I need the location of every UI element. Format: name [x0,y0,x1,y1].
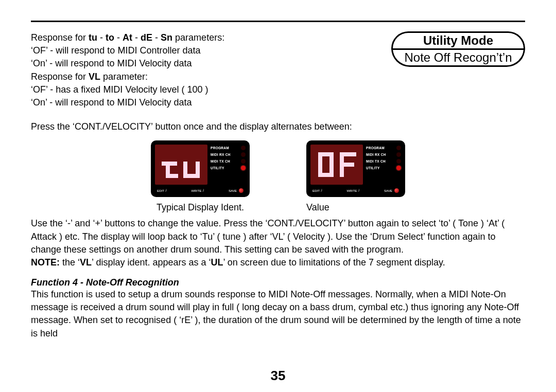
seven-seg-of-icon [314,148,359,181]
svg-rect-12 [340,163,354,167]
lbl: UTILITY [366,167,380,170]
lbl: WRITE ┘ [191,188,204,193]
led-icon [241,152,246,157]
led-icon [396,159,401,164]
svg-rect-8 [329,152,334,176]
led-save-icon [394,188,399,193]
lbl: MIDI TX CH [211,160,230,164]
display-right-col: PROGRAM MIDI RX CH MIDI TX CH UTILITY ED… [306,140,405,213]
t: Sn [161,32,172,43]
device-labels: PROGRAM MIDI RX CH MIDI TX CH UTILITY [366,145,401,185]
t: At [123,32,132,43]
lbl: MIDI TX CH [366,160,386,164]
t: to [106,32,114,43]
t: - [132,32,141,43]
led-icon [241,146,246,150]
page-number: 35 [0,368,556,384]
title-pill-bottom: Note Off Recogn’t’n [391,48,525,67]
t: ’ on screen due to limitations of the 7 … [223,257,445,268]
led-on-icon [241,166,246,170]
t: parameter: [100,72,148,82]
device-display-ident: PROGRAM MIDI RX CH MIDI TX CH UTILITY ED… [151,140,250,197]
t: - [152,32,161,43]
t: UL [211,257,223,268]
t: parameters: [172,32,224,43]
title-pill: Utility Mode Note Off Recogn’t’n [391,31,525,67]
svg-rect-2 [166,174,178,178]
press-instruction: Press the ‘CONT./VELOCITY’ button once a… [31,120,525,133]
param-line-3: ‘On’ - will respond to MIDI Velocity dat… [31,57,379,70]
lbl: SAVE [229,189,237,192]
t: dE [141,32,152,43]
screen-right [310,145,363,185]
lbl: UTILITY [211,167,224,170]
t: VL [80,257,92,268]
parameter-response-block: Response for tu - to - At - dE - Sn para… [31,31,379,109]
svg-rect-7 [318,152,322,176]
param-line-5: ‘OF’ - has a fixed MIDI Velocity level (… [31,83,379,96]
display-left-col: PROGRAM MIDI RX CH MIDI TX CH UTILITY ED… [151,140,250,213]
t: VL [89,72,100,82]
t: ’ display ident. appears as a ‘ [92,257,211,268]
param-line-2: ‘OF’ - will respond to MIDI Controller d… [31,44,379,57]
t: Response for [31,72,89,82]
lbl: PROGRAM [211,147,229,150]
t: the ‘ [60,257,80,268]
param-line-4: Response for VL parameter: [31,70,379,83]
lbl: EDIT ┘ [157,188,167,193]
caption-right: Value [306,202,329,213]
function-4-heading: Function 4 - Note-Off Recognition [31,277,525,288]
param-line-1: Response for tu - to - At - dE - Sn para… [31,31,379,44]
device-bottom-labels: EDIT ┘ WRITE ┘ SAVE [155,188,246,193]
t: - [114,32,123,43]
device-bottom-labels: EDIT ┘ WRITE ┘ SAVE [310,188,401,193]
caption-left: Typical Display Ident. [157,202,244,213]
led-icon [396,146,401,150]
device-display-value: PROGRAM MIDI RX CH MIDI TX CH UTILITY ED… [306,140,405,197]
title-pill-top: Utility Mode [391,31,525,48]
lbl: MIDI RX CH [211,153,231,157]
lbl: EDIT ┘ [312,188,323,193]
top-row: Response for tu - to - At - dE - Sn para… [31,31,525,109]
seven-seg-tu-icon [159,148,204,181]
t: - [97,32,106,43]
usage-paragraph: Use the ‘-’ and ‘+’ buttons to change th… [31,217,525,256]
note-lead: NOTE: [31,257,60,268]
led-icon [396,152,401,157]
t: tu [89,32,97,43]
top-rule [31,21,525,22]
svg-rect-9 [318,173,334,177]
svg-rect-5 [183,174,200,178]
led-on-icon [396,166,401,170]
t: Response for [31,32,89,43]
lbl: WRITE ┘ [346,188,360,193]
lbl: PROGRAM [366,147,385,150]
function-4-body: This function is used to setup a drum so… [31,288,525,340]
screen-left [155,145,207,185]
lbl: SAVE [384,189,392,192]
lbl: MIDI RX CH [366,153,386,157]
note-line: NOTE: the ‘VL’ display ident. appears as… [31,256,525,269]
led-icon [241,159,246,164]
param-line-6: ‘On’ - will respond to MIDI Velocity dat… [31,96,379,109]
led-save-icon [239,188,244,193]
device-labels: PROGRAM MIDI RX CH MIDI TX CH UTILITY [211,145,246,185]
displays-row: PROGRAM MIDI RX CH MIDI TX CH UTILITY ED… [31,140,525,213]
